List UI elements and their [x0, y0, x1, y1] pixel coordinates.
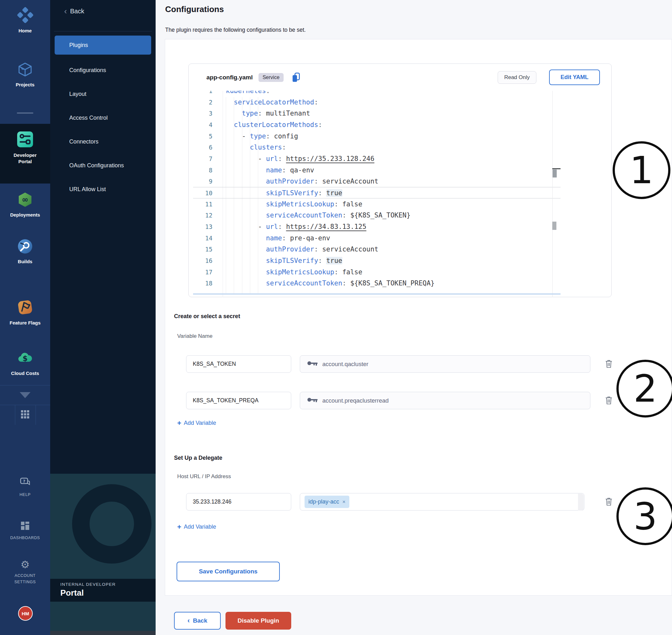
- plus-icon: +: [177, 420, 181, 426]
- annotation-circle-3: 3: [616, 487, 672, 545]
- user-avatar[interactable]: HM: [18, 606, 33, 621]
- sidebar-item-label: Projects: [16, 82, 34, 88]
- sidebar-item-label: DASHBOARDS: [10, 535, 40, 541]
- annotation-number: 3: [633, 494, 657, 538]
- yaml-editor-header: app-config.yaml Service Read Only Edit Y…: [189, 64, 611, 91]
- annotation-circle-2: 2: [616, 360, 672, 417]
- variable-name-input[interactable]: [186, 355, 291, 373]
- key-icon: [307, 397, 318, 404]
- plugin-nav-item-plugins[interactable]: Plugins: [55, 36, 151, 54]
- plugin-nav-item-url-allow-list[interactable]: URL Allow List: [55, 181, 151, 197]
- sidebar-item-deployments[interactable]: ∞ Deployments: [0, 192, 50, 218]
- add-variable-button[interactable]: + Add Variable: [177, 420, 216, 426]
- variable-name-input[interactable]: [186, 392, 291, 409]
- trash-icon[interactable]: [605, 396, 613, 406]
- svg-text:∞: ∞: [22, 195, 28, 204]
- code-line-14[interactable]: 14 name: pre-qa-env: [193, 233, 561, 244]
- dashboards-icon: [20, 521, 30, 532]
- code-line-18[interactable]: 18 serviceAccountToken: ${K8S_SA_TOKEN_P…: [193, 278, 561, 289]
- sidebar-item-account-settings[interactable]: ⚙ ACCOUNT SETTINGS: [0, 560, 50, 585]
- divider: [36, 405, 36, 425]
- yaml-editor[interactable]: 1kubernetes:2 serviceLocatorMethod:3 typ…: [193, 91, 565, 297]
- module-picker-button[interactable]: [0, 405, 50, 425]
- secret-value: account.qacluster: [322, 361, 368, 368]
- secret-row: account.qacluster: [186, 355, 590, 373]
- code-line-7[interactable]: 7 - url: https://35.233.128.246: [193, 153, 561, 165]
- footer-kicker: INTERNAL DEVELOPER: [60, 582, 156, 587]
- code-line-13[interactable]: 13 - url: https://34.83.13.125: [193, 221, 561, 233]
- code-line-11[interactable]: 11 skipMetricsLookup: false: [193, 198, 561, 210]
- footer-strip: [50, 631, 156, 635]
- collapse-modules-button[interactable]: [0, 385, 50, 405]
- trash-icon[interactable]: [605, 497, 613, 507]
- service-badge: Service: [259, 73, 284, 82]
- trash-icon[interactable]: [605, 359, 613, 370]
- field-endbar: [578, 494, 584, 510]
- plugin-nav-item-connectors[interactable]: Connectors: [55, 133, 151, 150]
- scrollbar-thumb[interactable]: [552, 170, 557, 177]
- page-title: Configurations: [165, 4, 224, 14]
- edit-yaml-button[interactable]: Edit YAML: [549, 69, 600, 85]
- copy-icon[interactable]: [291, 72, 301, 83]
- code-line-15[interactable]: 15 authProvider: serviceAccount: [193, 243, 561, 255]
- secret-select[interactable]: account.preqaclusterread: [300, 392, 590, 409]
- page-subtitle: The plugin requires the following config…: [165, 27, 306, 33]
- chevron-down-icon: [20, 392, 30, 398]
- builds-icon: [17, 238, 33, 256]
- code-line-12[interactable]: 12 serviceAccountToken: ${K8S_SA_TOKEN}: [193, 210, 561, 221]
- sidebar-item-projects[interactable]: Projects: [0, 62, 50, 88]
- sidebar-item-label: Deployments: [10, 212, 40, 218]
- plugin-nav-sidebar: ‹ Back PluginsConfigurationsLayoutAccess…: [50, 0, 156, 635]
- annotation-number: 1: [629, 148, 653, 192]
- code-line-2[interactable]: 2 serviceLocatorMethod:: [193, 96, 561, 108]
- plugin-nav-item-access-control[interactable]: Access Control: [55, 110, 151, 126]
- delegate-row: idp-play-acc ×: [186, 493, 584, 510]
- code-line-8[interactable]: 8 name: qa-env: [193, 165, 561, 176]
- plugin-nav-item-layout[interactable]: Layout: [55, 86, 151, 102]
- sidebar-footer-illustration: INTERNAL DEVELOPER Portal: [50, 474, 156, 635]
- code-line-3[interactable]: 3 type: multiTenant: [193, 108, 561, 119]
- sidebar-item-feature-flags[interactable]: Feature Flags: [0, 299, 50, 326]
- sidebar-item-label: Developer Portal: [9, 152, 41, 165]
- add-variable-button[interactable]: + Add Variable: [177, 524, 216, 530]
- sidebar-item-builds[interactable]: Builds: [0, 238, 50, 265]
- code-line-17[interactable]: 17 skipMetricsLookup: false: [193, 266, 561, 278]
- plugin-nav-item-oauth-configurations[interactable]: OAuth Configurations: [55, 157, 151, 174]
- code-line-10[interactable]: 10 skipTLSVerify: true: [193, 187, 561, 198]
- scrollbar-thumb[interactable]: [552, 222, 557, 230]
- sidebar-item-cloud-costs[interactable]: $ Cloud Costs: [0, 350, 50, 376]
- code-line-6[interactable]: 6 clusters:: [193, 141, 561, 153]
- back-button[interactable]: ‹ Back: [174, 612, 221, 630]
- main-content: Configurations The plugin requires the f…: [156, 0, 672, 635]
- sidebar-item-dashboards[interactable]: DASHBOARDS: [0, 521, 50, 541]
- gear-icon: ⚙: [21, 560, 30, 570]
- sidebar-item-home[interactable]: Home: [0, 6, 50, 34]
- cloud-costs-icon: $: [17, 350, 33, 367]
- sidebar-item-help[interactable]: ? HELP: [0, 477, 50, 498]
- code-line-4[interactable]: 4 clusterLocatorMethods:: [193, 119, 561, 131]
- secret-row: account.preqaclusterread: [186, 392, 590, 409]
- secret-select[interactable]: account.qacluster: [300, 355, 590, 373]
- code-line-9[interactable]: 9 authProvider: serviceAccount: [193, 176, 561, 187]
- sidebar-item-label: ACCOUNT SETTINGS: [8, 572, 43, 585]
- code-line-1[interactable]: 1kubernetes:: [193, 91, 561, 96]
- code-line-16[interactable]: 16 skipTLSVerify: true: [193, 255, 561, 266]
- sidebar-item-developer-portal[interactable]: Developer Portal: [0, 131, 50, 165]
- remove-tag-icon[interactable]: ×: [342, 499, 346, 505]
- configurations-panel: app-config.yaml Service Read Only Edit Y…: [165, 39, 672, 596]
- back-nav-button[interactable]: ‹ Back: [64, 7, 84, 15]
- developer-portal-icon: [17, 131, 34, 149]
- disable-plugin-button[interactable]: Disable Plugin: [225, 612, 291, 630]
- yaml-editor-card: app-config.yaml Service Read Only Edit Y…: [188, 64, 612, 297]
- delegate-tags-field[interactable]: idp-play-acc ×: [300, 493, 584, 510]
- host-url-input[interactable]: [186, 493, 291, 510]
- chevron-left-icon: ‹: [64, 7, 67, 15]
- horizontal-scrollbar[interactable]: [193, 293, 561, 294]
- harness-logo-icon: [17, 6, 34, 25]
- save-configurations-button[interactable]: Save Configurations: [177, 562, 280, 581]
- plugin-nav-item-configurations[interactable]: Configurations: [55, 62, 151, 79]
- code-line-5[interactable]: 5 - type: config: [193, 131, 561, 142]
- tag-chip: idp-play-acc ×: [305, 496, 349, 508]
- annotation-circle-1: 1: [613, 141, 670, 199]
- divider: [15, 405, 15, 425]
